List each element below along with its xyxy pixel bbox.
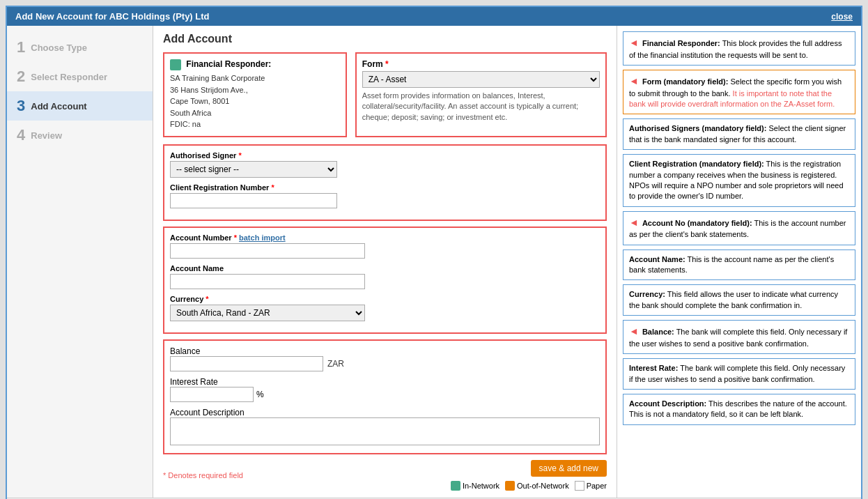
in-network-legend: In-Network [451,481,499,491]
step-3-label: Add Account [31,98,86,112]
form-field-label: Form * [362,59,600,69]
account-section: Account Number * batch import Account Na… [163,227,607,334]
page-title: Add Account [163,33,607,45]
modal-body: 1 Choose Type 2 Select Responder 3 Add A… [7,26,861,498]
form-required-star: * [385,59,389,69]
step-2-label: Select Responder [31,69,107,82]
modal-title: Add New Account for ABC Holdings (Pty) L… [15,11,210,22]
account-name-label: Account Name [170,264,600,272]
form-select[interactable]: ZA - Asset [362,71,600,88]
step-3-number: 3 [17,98,25,114]
responder-icon [170,59,181,70]
help-account-desc-title: Account Description: [629,399,706,408]
interest-rate-input[interactable] [170,387,254,402]
balance-input[interactable] [170,356,323,371]
in-network-label: In-Network [463,482,499,490]
wizard-step-2[interactable]: 2 Select Responder [7,62,153,91]
client-reg-field-row: Client Registration Number * [170,183,600,208]
responder-address1: 36 Hans Strijdom Ave., [170,84,340,96]
arrow-icon-2: ◄ [629,75,639,89]
balance-currency-suffix: ZAR [327,359,344,369]
responder-address2: Cape Town, 8001 [170,95,340,107]
signer-label: Authorised Signer * [170,151,600,160]
help-currency-title: Currency: [629,290,665,298]
help-account-no-title: Account No (mandatory field): [642,219,752,227]
help-account-description: Account Description: This describes the … [623,394,855,425]
help-account-name: Account Name: This is the account name a… [623,250,855,281]
wizard-sidebar: 1 Choose Type 2 Select Responder 3 Add A… [7,26,153,498]
wizard-step-3[interactable]: 3 Add Account [7,91,153,121]
out-of-network-icon [505,481,515,491]
account-description-input[interactable] [170,417,600,445]
paper-icon [575,481,584,491]
paper-legend: Paper [575,481,607,491]
paper-label: Paper [587,482,607,490]
account-number-input[interactable] [170,243,365,259]
in-network-icon [451,481,460,491]
help-panel: ◄ Financial Responder: This block provid… [617,26,861,498]
network-legend: In-Network Out-of-Network Paper [451,481,607,491]
out-of-network-legend: Out-of-Network [505,481,569,491]
arrow-icon-3: ◄ [629,216,639,230]
modal-box: Add New Account for ABC Holdings (Pty) L… [6,6,862,499]
out-of-network-label: Out-of-Network [517,482,569,490]
help-interest-rate: Interest Rate: The bank will complete th… [623,358,855,390]
modal-wrapper: Add New Account for ABC Holdings (Pty) L… [0,0,868,499]
currency-label: Currency * [170,295,600,303]
batch-import-link[interactable]: batch import [239,233,286,242]
form-description: Asset form provides information on balan… [362,91,600,123]
account-number-label: Account Number * batch import [170,233,600,242]
help-currency: Currency: This field allows the user to … [623,284,855,316]
help-fr-title: Financial Responder: [642,39,720,47]
main-content: Add Account Financial Responder: SA Trai… [153,26,617,498]
balance-row: ZAR [170,356,600,371]
responder-name: SA Training Bank Corporate [170,72,340,84]
responder-label: Financial Responder: [170,59,340,70]
step-1-label: Choose Type [31,40,87,53]
help-balance: ◄ Balance: The bank will complete this f… [623,320,855,354]
top-section: Financial Responder: SA Training Bank Co… [163,52,607,137]
step-2-number: 2 [17,69,25,84]
help-signers-title: Authorised Signers (mandatory field): [629,124,766,132]
responder-details: SA Training Bank Corporate 36 Hans Strij… [170,72,340,130]
help-account-name-title: Account Name: [629,255,685,263]
signer-select[interactable]: -- select signer -- [170,161,337,178]
client-reg-input[interactable] [170,193,337,208]
responder-box: Financial Responder: SA Training Bank Co… [163,52,347,137]
help-balance-title: Balance: [642,328,674,336]
responder-field-label: Financial Responder: [186,59,271,69]
account-name-input[interactable] [170,274,365,289]
main-footer: * Denotes required field save & add new … [163,460,607,491]
interest-rate-label: Interest Rate [170,377,600,387]
wizard-step-1[interactable]: 1 Choose Type [7,33,153,62]
step-4-number: 4 [17,128,25,143]
percent-suffix: % [256,390,264,399]
responder-country: South Africa [170,107,340,119]
help-authorised-signers: Authorised Signers (mandatory field): Se… [623,118,855,150]
help-client-reg-title: Client Registration (mandatory field): [629,160,764,168]
signer-field-row: Authorised Signer * -- select signer -- [170,151,600,178]
form-box: Form * ZA - Asset Asset form provides in… [355,52,607,137]
help-account-no: ◄ Account No (mandatory field): This is … [623,211,855,245]
step-4-label: Review [31,128,62,141]
save-add-button[interactable]: save & add new [531,460,607,477]
close-button[interactable]: close [831,12,853,22]
help-client-registration: Client Registration (mandatory field): T… [623,154,855,207]
responder-fdic: FDIC: na [170,118,340,130]
step-1-number: 1 [17,40,25,55]
wizard-step-4[interactable]: 4 Review [7,121,153,150]
arrow-icon-4: ◄ [629,325,639,339]
client-reg-label: Client Registration Number * [170,183,600,192]
help-financial-responder: ◄ Financial Responder: This block provid… [623,31,855,66]
help-form-title: Form (mandatory field): [642,77,728,86]
balance-label: Balance [170,346,600,356]
help-form: ◄ Form (mandatory field): Select the spe… [623,70,855,114]
help-interest-rate-title: Interest Rate: [629,364,678,372]
required-note: * Denotes required field [163,470,243,480]
modal-header: Add New Account for ABC Holdings (Pty) L… [7,7,861,26]
arrow-icon-1: ◄ [629,36,639,50]
currency-select[interactable]: South Africa, Rand - ZAR [170,305,365,321]
balance-section: Balance ZAR Interest Rate % Account Desc… [163,339,607,454]
account-description-label: Account Description [170,408,600,417]
signer-section: Authorised Signer * -- select signer -- … [163,144,607,221]
